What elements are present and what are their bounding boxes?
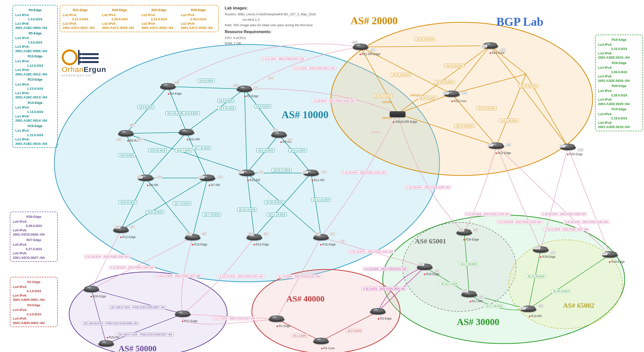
iface: x1/0 bbox=[320, 171, 327, 174]
iface: e0/1 bbox=[200, 232, 208, 236]
ebgp-3: 1.5.20.0/24 - 2001:FD01:0520::/64 bbox=[311, 99, 356, 103]
iface: e1/0 bbox=[461, 92, 468, 95]
net-p2: 192.168.56.0/24 - FD05:0192:0168:0056::/… bbox=[82, 321, 139, 325]
iface: e0/2 bbox=[286, 138, 293, 142]
net-10-9-11: 10.9.11.0/24 bbox=[288, 148, 307, 152]
iface-gi0: Gi0/0/0/0 bbox=[382, 101, 392, 104]
iface: e0/1 bbox=[505, 143, 512, 147]
iface: e1/0 bbox=[338, 240, 346, 243]
net-10-4-9: 10.4.9.0/24 bbox=[217, 99, 234, 103]
net-g4: 10.18.29.0/24 bbox=[526, 274, 546, 278]
xrv-note: Note: XRv image asks for initial user pa… bbox=[225, 23, 312, 27]
router-r27[interactable]: ⇄⇅ bbox=[175, 309, 191, 318]
routers-img: i86bi_LinuxL3-AdvEnterpriseK9-M2_157_3_M… bbox=[238, 12, 316, 16]
iface: e0/2 bbox=[136, 138, 144, 141]
iface: e0/2 bbox=[537, 304, 544, 308]
iface: e0/0 bbox=[173, 81, 180, 84]
iface: e0/0 bbox=[314, 232, 321, 236]
iface: e0/2 bbox=[472, 228, 479, 232]
legend-green: R16-Edge Lo3 IPv4:3.16.0.0/24 Lo3 IPv6:2… bbox=[595, 35, 643, 131]
net-10-5-31: 10.5.31.0/24 bbox=[217, 106, 236, 110]
iface: e0/0 bbox=[114, 225, 121, 229]
as65002-label: AS# 65002 bbox=[563, 301, 594, 309]
legend-red: R1-Edge Lo4 IPv4:4.1.0.0/24 Lo4 IPv6:200… bbox=[10, 277, 58, 327]
iface: e0/0 bbox=[442, 92, 449, 95]
iface: e0/0 bbox=[533, 246, 540, 249]
iface: e0/1 bbox=[434, 269, 441, 273]
iface: e0/1 bbox=[262, 232, 270, 236]
res-hdr: Resource Requirements: bbox=[225, 30, 272, 34]
iface: e0/2 bbox=[267, 77, 274, 80]
diagram-canvas: BGP Lab Lab images: Routers: i86bi_Linux… bbox=[0, 0, 644, 352]
iface: e0/0 bbox=[558, 144, 566, 148]
net-10-7-31: 10.7.31.0/24 bbox=[192, 146, 211, 150]
res-ram: RAM: 7 GB bbox=[225, 42, 241, 45]
logo-bars-icon bbox=[82, 51, 99, 65]
iface: e1/0 bbox=[155, 176, 162, 179]
net-o5: 10.20.24.0/24 bbox=[434, 80, 454, 84]
iface: e0/1 bbox=[329, 232, 336, 236]
iface: e0/2 bbox=[417, 262, 424, 266]
net-o1: 10.21.24.0/24 bbox=[415, 37, 435, 41]
net-g3: 10.17.18.0/24 bbox=[484, 304, 504, 308]
iface: e0/0 bbox=[136, 176, 143, 179]
net-10-8-12: 10.8.12.0/24 bbox=[118, 200, 137, 204]
iface: e1/0 bbox=[216, 176, 224, 179]
net-10-5-9: 10.5.9.0/24 bbox=[254, 104, 272, 108]
as50000-label: AS# 50000 bbox=[118, 344, 156, 352]
ebgp-8: 2.29.30.0/24 - 2001:FD02:2930::/64 bbox=[541, 212, 587, 216]
ebgp-2: 1.5.21.0/24 - 2001:FD01:0521::/64 bbox=[292, 66, 336, 70]
ebgp-9: 2.29.30.0/24 - 2001:FD02:1930::/64 bbox=[563, 220, 610, 224]
net-o6: 10.22.24.0/24 bbox=[476, 106, 496, 110]
ebgp-14: 4.1.15.0/24 - 2001:FD04:0115::/64 bbox=[276, 274, 322, 278]
net-10-5-8: 10.5.8.0/24 bbox=[183, 111, 200, 115]
as10000-label: AS# 10000 bbox=[282, 109, 328, 121]
logo-sub: orhanergun.net bbox=[62, 74, 106, 77]
router-r31[interactable]: ⇄⇅ bbox=[178, 128, 194, 137]
router-r1[interactable]: ⇄⇅ bbox=[269, 314, 284, 323]
logo-ring-icon bbox=[62, 50, 78, 65]
xrv-img: xrv-k9-6.1.3 bbox=[242, 18, 260, 22]
router-r6[interactable]: ⇄⇅ bbox=[118, 129, 134, 138]
ebgp-1: 1.4.21.0/24 - 2001:FD02:0421::/64 bbox=[261, 57, 306, 61]
iface-gi3: Gi0/0/0/3 bbox=[410, 94, 420, 97]
as40000-label: AS# 40000 bbox=[286, 294, 324, 303]
net-g1: 10.16.17.0/24 bbox=[439, 282, 459, 286]
iface: e0/0 bbox=[301, 171, 308, 174]
iface: e0/2 bbox=[351, 41, 358, 44]
router-r2[interactable]: ⇄⇅ bbox=[313, 337, 329, 345]
router-r26[interactable]: ⇄⇅ bbox=[84, 285, 99, 294]
iface: e0/1 bbox=[116, 138, 123, 141]
net-o2: 10.21.23.0/24 bbox=[391, 73, 411, 77]
net-10-6-7: 10.6.7.0/24 bbox=[175, 148, 192, 152]
ebgp-16: 5.14.27.0/24 - 2001:FD05:1427::/64 bbox=[156, 274, 202, 278]
svg-point-6 bbox=[69, 272, 227, 352]
router-r25[interactable]: ⇄⇅ bbox=[98, 339, 114, 348]
iface: e0/1 bbox=[369, 49, 376, 52]
iface-gi1: Gi0/0/0/1 bbox=[382, 117, 392, 119]
ebgp-5: 2.20.28.0/24 - 2001:FD02:2028::/64 bbox=[405, 185, 452, 189]
net-10-10-15: 10.10.15.0/24 bbox=[264, 200, 284, 204]
net-p1: 192.168.67.0/24 - FD05:0192:0168:0067::/… bbox=[109, 305, 166, 309]
iface: e0/0 bbox=[600, 252, 608, 255]
net-rs1: 10.1.2.0/24 bbox=[291, 334, 308, 338]
iface: e1/0 bbox=[257, 171, 264, 174]
ebgp-19: 5.1.27.0/24 - 2001:FD05:0127::/64 bbox=[212, 316, 257, 320]
net-10-10-11: 10.10.11.0/24 bbox=[272, 168, 292, 172]
net-10-4-5: 10.4.5.0/24 bbox=[198, 79, 214, 83]
ebgp-12: 4.3.16.0/24 - 2001:FD04:0316::/64 bbox=[363, 267, 408, 271]
iface: e1/0 bbox=[549, 251, 556, 254]
net-o9: 10.23.30.0/24 bbox=[499, 119, 519, 123]
ebgp-18: 5.12.26.0/24 - 2001:FD05:1226::/64 bbox=[84, 255, 130, 259]
iface: e0/2 bbox=[499, 49, 506, 52]
as20000-label: AS# 20000 bbox=[351, 15, 398, 27]
net-o10: 10.20.21.0/24 bbox=[373, 94, 393, 98]
net-10-6-8: 10.6.8.0/24 bbox=[118, 153, 136, 157]
iface: e0/0 bbox=[185, 232, 192, 236]
router-r3[interactable]: ⇄⇅ bbox=[370, 307, 386, 316]
ebgp-17: 5.13.26.0/24 - 2001:FD05:1326::/64 bbox=[109, 265, 155, 269]
page-title: BGP Lab bbox=[496, 15, 544, 29]
iface: e0/0 bbox=[480, 45, 488, 48]
logo-text: OrhanErgun bbox=[62, 65, 106, 74]
iface-gi2: Gi0/0/0/2 bbox=[370, 131, 381, 134]
